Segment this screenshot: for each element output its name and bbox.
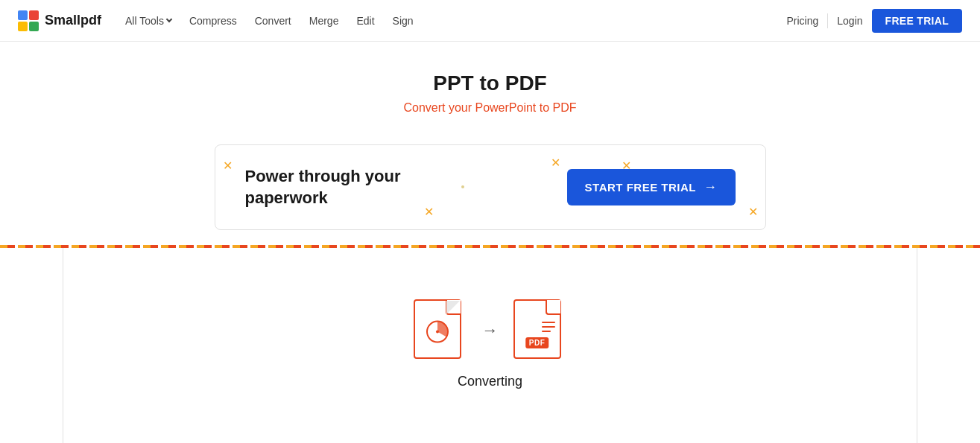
svg-point-1 bbox=[436, 331, 439, 334]
promo-text: Power through your paperwork bbox=[245, 166, 401, 208]
conversion-arrow: → bbox=[482, 322, 499, 339]
deco-cross-5: ✕ bbox=[748, 205, 758, 219]
nav-convert[interactable]: Convert bbox=[255, 15, 291, 27]
nav-right: Pricing Login FREE TRIAL bbox=[786, 9, 962, 33]
deco-cross-3: ✕ bbox=[551, 156, 560, 170]
deco-cross-2: ✕ bbox=[424, 205, 434, 219]
pdf-doc-body: PDF bbox=[513, 299, 561, 359]
hero-subtitle: Convert your PowerPoint to PDF bbox=[15, 101, 965, 115]
nav-divider bbox=[827, 13, 828, 28]
deco-dot bbox=[461, 185, 464, 188]
promo-headline: Power through your paperwork bbox=[245, 166, 401, 208]
conversion-icons: → PDF bbox=[414, 299, 567, 362]
deco-cross-1: ✕ bbox=[223, 159, 233, 173]
ppt-doc-body bbox=[414, 299, 461, 359]
ppt-file-icon bbox=[414, 299, 467, 362]
pdf-badge: PDF bbox=[525, 337, 549, 348]
hero-section: PPT to PDF Convert your PowerPoint to PD… bbox=[0, 42, 980, 130]
pie-chart-svg bbox=[424, 319, 451, 345]
logo-name: Smallpdf bbox=[45, 13, 101, 28]
conversion-area: → PDF Converting bbox=[63, 248, 917, 443]
converting-status: Converting bbox=[458, 374, 522, 389]
chevron-down-icon bbox=[166, 16, 172, 22]
pdf-lines bbox=[542, 322, 555, 332]
nav-free-trial-button[interactable]: FREE TRIAL bbox=[872, 9, 962, 33]
page-title: PPT to PDF bbox=[15, 71, 965, 95]
pdf-line-2 bbox=[542, 326, 555, 328]
nav-links: All Tools Compress Convert Merge Edit Si… bbox=[125, 15, 786, 27]
navbar: Smallpdf All Tools Compress Convert Merg… bbox=[0, 0, 980, 42]
logo-link[interactable]: Smallpdf bbox=[18, 10, 101, 31]
promo-banner: ✕ ✕ ✕ ✕ ✕ Power through your paperwork S… bbox=[215, 144, 766, 230]
pdf-line-3 bbox=[542, 331, 551, 332]
nav-login[interactable]: Login bbox=[837, 15, 862, 27]
pdf-line-1 bbox=[542, 322, 555, 323]
nav-sign[interactable]: Sign bbox=[393, 15, 414, 27]
arrow-right-icon: → bbox=[704, 179, 718, 195]
logo-icon bbox=[18, 10, 39, 31]
nav-compress[interactable]: Compress bbox=[189, 15, 237, 27]
pdf-file-icon: PDF bbox=[513, 299, 567, 362]
nav-pricing[interactable]: Pricing bbox=[786, 15, 818, 27]
nav-edit[interactable]: Edit bbox=[356, 15, 374, 27]
nav-all-tools[interactable]: All Tools bbox=[125, 15, 171, 27]
nav-merge[interactable]: Merge bbox=[309, 15, 339, 27]
start-free-trial-button[interactable]: START FREE TRIAL → bbox=[567, 169, 736, 205]
